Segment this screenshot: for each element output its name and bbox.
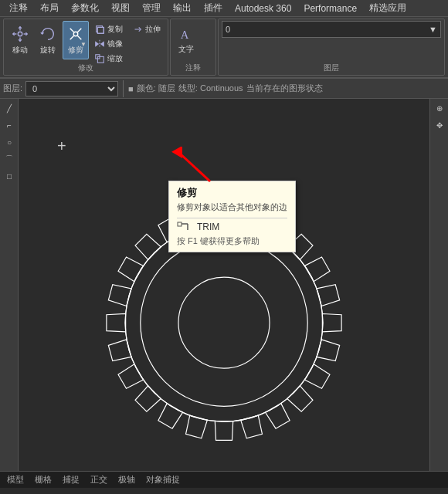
separator <box>123 80 124 97</box>
menu-performance[interactable]: Performance <box>297 2 363 15</box>
svg-point-0 <box>18 32 22 36</box>
svg-marker-37 <box>107 313 126 331</box>
menu-annotation[interactable]: 注释 <box>3 0 34 16</box>
status-model[interactable]: 模型 <box>5 474 26 486</box>
annotation-group-title: 注释 <box>171 63 216 73</box>
layer-dropdown[interactable]: 0 ▼ <box>222 21 441 38</box>
sidebar-btn-rect[interactable]: □ <box>2 168 17 184</box>
sidebar-btn-line[interactable]: ╱ <box>2 100 17 116</box>
ribbon-btn-move-label: 移动 <box>12 45 28 56</box>
svg-marker-38 <box>108 285 131 306</box>
svg-marker-36 <box>108 340 131 361</box>
sidebar-btn-poly[interactable]: ⌐ <box>2 117 17 133</box>
svg-marker-26 <box>317 340 340 361</box>
svg-marker-40 <box>135 234 161 259</box>
svg-rect-45 <box>178 222 182 226</box>
svg-marker-12 <box>96 42 99 46</box>
layer-name: 0 <box>226 25 429 34</box>
properties-label: ■ <box>128 84 134 93</box>
ribbon-btn-move[interactable]: 移动 <box>7 21 33 59</box>
gear-drawing <box>19 99 429 471</box>
svg-marker-25 <box>322 313 341 331</box>
sidebar-btn-arc[interactable]: ⌒ <box>2 151 17 167</box>
status-osnap[interactable]: 对象捕捉 <box>144 474 182 486</box>
menu-plugin[interactable]: 插件 <box>198 0 229 16</box>
ribbon-group-layers: 图层 0 ▼ <box>218 19 445 76</box>
sidebar-btn-zoom[interactable]: ⊕ <box>432 100 447 116</box>
svg-marker-35 <box>118 364 144 389</box>
move-icon <box>11 25 29 43</box>
red-arrow-svg <box>171 147 218 185</box>
svg-marker-32 <box>186 415 208 438</box>
copy-label: 复制 <box>107 24 123 35</box>
text-icon: A <box>178 25 195 42</box>
annotation-text-label: 文字 <box>178 44 194 55</box>
layer-select[interactable]: 0 <box>25 81 118 96</box>
mirror-label: 镜像 <box>107 39 123 49</box>
svg-marker-29 <box>266 404 290 429</box>
layer-bar: 图层: 0 ■ 颜色: 随层 线型: Continuous 当前存在的图形状态 <box>0 79 448 99</box>
svg-marker-28 <box>287 386 313 411</box>
tooltip-divider <box>177 218 287 218</box>
trim-dropdown-arrow: ▼ <box>80 41 87 48</box>
svg-point-7 <box>73 32 78 36</box>
mirror-icon <box>94 39 105 49</box>
menu-layout[interactable]: 布局 <box>34 0 65 16</box>
color-label: 颜色: 随层 <box>137 83 175 94</box>
svg-marker-13 <box>101 42 104 46</box>
ribbon-btn-group: 移动 旋转 <box>7 21 89 64</box>
menu-parametric[interactable]: 参数化 <box>65 0 105 16</box>
svg-line-48 <box>179 153 210 181</box>
main-area: ╱ ⌐ ○ ⌒ □ ⊕ ✥ + 修剪 <box>0 99 448 471</box>
ribbon-btn-trim[interactable]: 修剪 ▼ <box>63 21 89 59</box>
menu-autodesk360[interactable]: Autodesk 360 <box>229 2 297 15</box>
annotation-text-btn[interactable]: A 文字 <box>174 21 199 59</box>
stretch-label: 拉伸 <box>145 24 161 35</box>
status-polar[interactable]: 极轴 <box>116 474 137 486</box>
tooltip-trim-icon <box>177 222 192 232</box>
right-sidebar: ⊕ ✥ <box>429 99 448 471</box>
left-sidebar: ╱ ⌐ ○ ⌒ □ <box>0 99 19 471</box>
svg-marker-34 <box>135 386 161 411</box>
svg-marker-33 <box>158 404 183 429</box>
svg-marker-39 <box>118 257 144 282</box>
copy-icon <box>94 24 105 35</box>
ribbon-btn-mirror[interactable]: 镜像 <box>90 37 127 51</box>
ribbon-btn-stretch[interactable]: 拉伸 <box>128 22 165 36</box>
sidebar-btn-pan[interactable]: ✥ <box>432 117 447 133</box>
ribbon-group-modify: 移动 旋转 <box>3 19 168 76</box>
drawing-canvas[interactable]: + 修剪 修剪对象以适合其他对象的边 <box>19 99 429 471</box>
ribbon-btn-copy[interactable]: 复制 <box>90 22 127 36</box>
svg-marker-23 <box>304 257 330 282</box>
menu-manage[interactable]: 管理 <box>136 0 167 16</box>
status-ortho[interactable]: 正交 <box>88 474 110 486</box>
menu-featured[interactable]: 精选应用 <box>363 0 412 16</box>
ribbon: 移动 旋转 <box>0 17 448 79</box>
status-grid[interactable]: 栅格 <box>32 474 54 486</box>
svg-point-44 <box>178 277 270 368</box>
svg-rect-9 <box>97 27 104 33</box>
layers-group-title: 图层 <box>219 63 444 73</box>
status-snap[interactable]: 捕捉 <box>60 474 82 486</box>
trim-command-label: TRIM <box>197 222 219 232</box>
status-grid-label: 栅格 <box>35 474 52 486</box>
status-polar-label: 极轴 <box>118 474 135 486</box>
tooltip-trim-row: TRIM <box>177 222 287 232</box>
menubar: 注释 布局 参数化 视图 管理 输出 插件 Autodesk 360 Perfo… <box>0 0 448 17</box>
svg-point-43 <box>125 224 323 421</box>
ribbon-group-annotation: 注释 A 文字 <box>170 19 216 76</box>
sidebar-btn-circle[interactable]: ○ <box>2 134 17 150</box>
tooltip-help: 按 F1 键获得更多帮助 <box>177 235 287 247</box>
status-osnap-label: 对象捕捉 <box>146 474 180 486</box>
svg-text:A: A <box>181 29 189 41</box>
ribbon-btn-rotate-label: 旋转 <box>40 45 56 56</box>
ribbon-btn-rotate[interactable]: 旋转 <box>35 21 61 59</box>
tooltip-desc: 修剪对象以适合其他对象的边 <box>177 201 287 213</box>
svg-marker-30 <box>241 415 263 438</box>
menu-output[interactable]: 输出 <box>167 0 198 16</box>
ribbon-group-modify-title: 修改 <box>4 63 168 73</box>
rotate-icon <box>39 25 57 43</box>
svg-point-18 <box>141 239 307 406</box>
menu-view[interactable]: 视图 <box>105 0 136 16</box>
stretch-icon <box>132 24 143 35</box>
